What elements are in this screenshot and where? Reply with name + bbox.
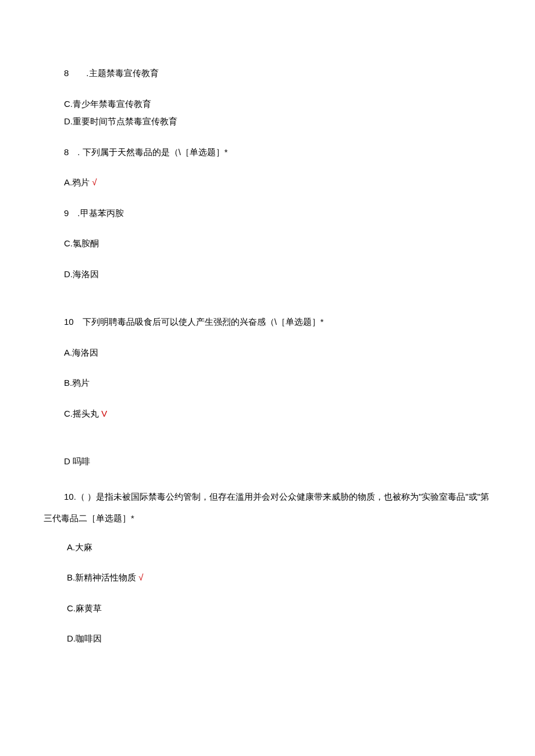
check-icon: √ xyxy=(138,572,143,582)
option-a-correct: A.鸦片 √ xyxy=(44,176,491,189)
option-c: C.青少年禁毒宣传教育 xyxy=(44,98,491,111)
text-line: 9 .甲基苯丙胺 xyxy=(44,207,491,220)
question-8: 8 . 下列属于天然毒品的是（\［单选题］* xyxy=(44,146,491,159)
option-d: D.咖啡因 xyxy=(44,632,491,646)
option-d: D.海洛因 xyxy=(44,268,491,281)
question-10: 10 下列明聘毒品吸食后可以使人产生强烈的兴奋感（\［单选题］* xyxy=(44,316,491,329)
option-b-correct: B.新精神活性物质 √ xyxy=(44,571,491,585)
text-line: 8 .主题禁毒宣传教育 xyxy=(44,67,491,80)
option-b: B.鸦片 xyxy=(44,377,491,390)
option-text: B.新精神活性物质 xyxy=(67,572,138,582)
option-c: C.氯胺酮 xyxy=(44,237,491,250)
check-icon: √ xyxy=(92,177,97,187)
option-a: A.海洛因 xyxy=(44,346,491,360)
check-icon: V xyxy=(101,409,107,418)
question-10-para: 10.（ ）是指未被国际禁毒公约管制，但存在滥用并会对公众健康带来威胁的物质，也… xyxy=(44,486,491,529)
option-c-correct: C.摇头丸 V xyxy=(44,407,491,421)
option-text: C.摇头丸 xyxy=(64,409,101,418)
option-text: A.鸦片 xyxy=(64,177,92,187)
option-d: D.重要时间节点禁毒宣传教育 xyxy=(44,115,491,128)
option-a: A.大麻 xyxy=(44,541,491,554)
option-c: C.麻黄草 xyxy=(44,602,491,615)
option-d: D 吗啡 xyxy=(44,455,491,468)
